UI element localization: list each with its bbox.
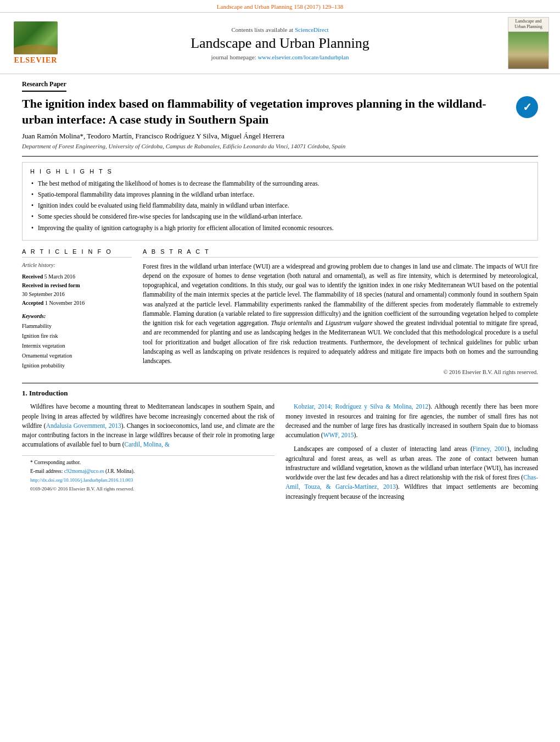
highlight-item-1: The best method of mitigating the likeli…	[30, 179, 530, 188]
keyword-3: Intermix vegetation	[22, 341, 132, 351]
crossmark-icon: ✓	[516, 96, 538, 118]
cover-image	[508, 32, 548, 69]
intro-section-title: 1. Introduction	[22, 389, 538, 398]
received-label: Received	[22, 274, 43, 280]
abstract-text: Forest fires in the wildland urban inter…	[143, 262, 538, 366]
elsevier-logo: ELSEVIER	[11, 21, 60, 65]
copyright-line: © 2016 Elsevier B.V. All rights reserved…	[143, 369, 538, 375]
intro-right-p1: Kobziar, 2014; Rodríguez y Silva & Molin…	[285, 402, 538, 440]
abstract-body: Forest fires in the wildland urban inter…	[143, 263, 538, 365]
received-line: Received 5 March 2016	[22, 272, 132, 281]
email-name: (J.R. Molina).	[105, 468, 135, 474]
accepted-line: Accepted 1 November 2016	[22, 299, 132, 308]
homepage-label: journal homepage:	[211, 54, 256, 60]
intro-number: 1.	[22, 389, 27, 397]
cover-label: Landscape and Urban Planning	[508, 18, 548, 32]
contents-available-line: Contents lists available at ScienceDirec…	[60, 26, 500, 33]
keyword-1: Flammability	[22, 321, 132, 331]
citation-text: Landscape and Urban Planning 158 (2017) …	[217, 3, 343, 10]
intro-right-p2: Landscapes are composed of a cluster of …	[285, 444, 538, 501]
article-info-column: A R T I C L E I N F O Article history: R…	[22, 248, 132, 376]
email-link[interactable]: c92momaj@uco.es	[64, 468, 104, 474]
journal-header: ELSEVIER Contents lists available at Sci…	[0, 13, 560, 74]
doi-link[interactable]: http://dx.doi.org/10.1016/j.landurbplan.…	[30, 477, 133, 483]
finney-link[interactable]: Finney, 2001	[473, 445, 507, 452]
article-info-abstract-section: A R T I C L E I N F O Article history: R…	[22, 248, 538, 376]
article-info-title: A R T I C L E I N F O	[22, 248, 132, 258]
authors-line: Juan Ramón Molina*, Teodoro Martín, Fran…	[22, 132, 538, 141]
recommended-text: recommended	[163, 329, 199, 336]
main-content: Research Paper The ignition index based …	[0, 74, 560, 511]
elsevier-logo-image	[14, 21, 58, 54]
footnote-corresponding: * Corresponding author.	[22, 459, 275, 466]
top-citation-bar: Landscape and Urban Planning 158 (2017) …	[0, 0, 560, 13]
keywords-label: Keywords:	[22, 313, 132, 319]
divider-1	[22, 156, 538, 157]
elsevier-brand-text: ELSEVIER	[14, 56, 58, 65]
intro-right-column: Kobziar, 2014; Rodríguez y Silva & Molin…	[285, 402, 538, 506]
keyword-2: Ignition fire risk	[22, 331, 132, 341]
journal-title: Landscape and Urban Planning	[60, 35, 500, 52]
highlight-item-3: Ignition index could be evaluated using …	[30, 201, 530, 210]
cover-label-line2: Urban Planning	[514, 24, 542, 29]
doi-line: http://dx.doi.org/10.1016/j.landurbplan.…	[22, 477, 275, 484]
intro-body-columns: Wildfires have become a mounting threat …	[22, 402, 538, 506]
chas-amil-link[interactable]: Chas-Amil, Touza, & García-Martínez, 201…	[285, 474, 538, 490]
cardil-link[interactable]: Cardil, Molina, &	[125, 441, 170, 448]
journal-cover: Landscape and Urban Planning	[508, 17, 549, 69]
footnote-email-line: E-mail address: c92momaj@uco.es (J.R. Mo…	[22, 468, 275, 475]
journal-cover-container: Landscape and Urban Planning	[500, 17, 549, 69]
cover-label-line1: Landscape and	[516, 19, 542, 24]
article-title: The ignition index based on flammability…	[22, 96, 511, 127]
contents-label: Contents lists available at	[231, 26, 293, 33]
intro-left-p1: Wildfires have become a mounting threat …	[22, 402, 275, 449]
affiliation-line: Department of Forest Engineering, Univer…	[22, 143, 538, 149]
journal-header-center: Contents lists available at ScienceDirec…	[60, 26, 500, 60]
section-type-label: Research Paper	[22, 80, 66, 92]
intro-left-column: Wildfires have become a mounting threat …	[22, 402, 275, 506]
kobziar-link[interactable]: Kobziar, 2014; Rodríguez y Silva & Molin…	[294, 403, 428, 410]
keywords-section: Keywords: Flammability Ignition fire ris…	[22, 313, 132, 371]
issn-line: 0169-2046/© 2016 Elsevier B.V. All right…	[22, 486, 275, 493]
article-title-section: The ignition index based on flammability…	[22, 96, 538, 127]
accepted-date: 1 November 2016	[45, 300, 85, 306]
divider-2	[22, 383, 538, 383]
homepage-url[interactable]: www.elsevier.com/locate/landurbplan	[257, 54, 349, 60]
sciencedirect-link[interactable]: ScienceDirect	[295, 26, 329, 33]
highlight-item-2: Spatio-temporal flammability data improv…	[30, 190, 530, 199]
article-history-label: Article history:	[22, 262, 132, 268]
wwf-link[interactable]: WWF, 2015	[323, 432, 354, 438]
highlights-section: H I G H L I G H T S The best method of m…	[22, 162, 538, 240]
abstract-title: A B S T R A C T	[143, 248, 538, 258]
keyword-5: Ignition probability	[22, 361, 132, 371]
introduction-section: 1. Introduction Wildfires have become a …	[22, 389, 538, 506]
accepted-label: Accepted	[22, 300, 43, 306]
keywords-list: Flammability Ignition fire risk Intermix…	[22, 321, 132, 371]
abstract-column: A B S T R A C T Forest fires in the wild…	[143, 248, 538, 376]
highlight-item-4: Some species should be considered fire-w…	[30, 212, 530, 221]
highlights-title: H I G H L I G H T S	[30, 168, 530, 175]
email-label: E-mail address:	[30, 468, 63, 474]
received-revised-label: Received in revised form	[22, 282, 80, 288]
footnote-section: * Corresponding author. E-mail address: …	[22, 455, 275, 493]
journal-homepage-line: journal homepage: www.elsevier.com/locat…	[60, 54, 500, 60]
andalusia-link[interactable]: Andalusia Government, 2013	[46, 422, 121, 429]
article-dates: Received 5 March 2016 Received in revise…	[22, 272, 132, 308]
highlights-list: The best method of mitigating the likeli…	[30, 179, 530, 232]
highlight-item-5: Improving the quality of ignition cartog…	[30, 224, 530, 232]
received-revised-line: Received in revised form 30 September 20…	[22, 281, 132, 299]
intro-title: Introduction	[29, 389, 68, 397]
received-revised-date: 30 September 2016	[22, 291, 65, 297]
received-date: 5 March 2016	[44, 274, 75, 280]
keyword-4: Ornamental vegetation	[22, 351, 132, 361]
